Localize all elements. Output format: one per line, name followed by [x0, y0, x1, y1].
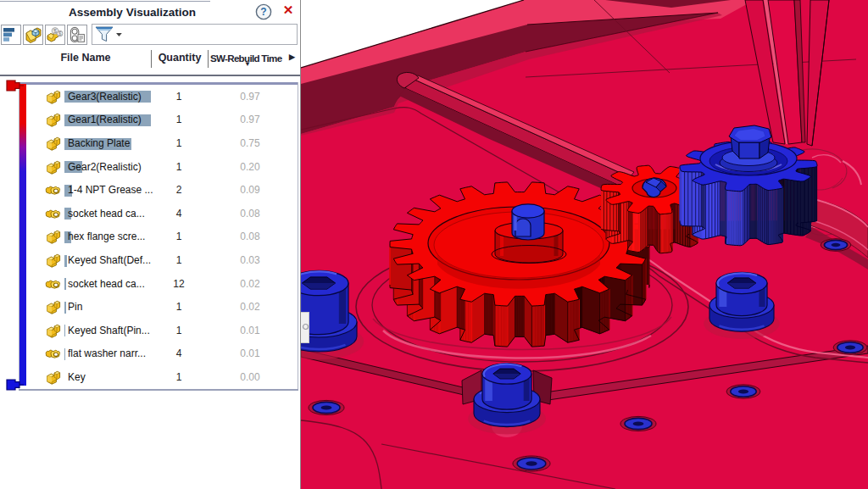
svg-text:$: $: [53, 27, 57, 35]
svg-text:?: ?: [260, 6, 266, 18]
svg-text:$: $: [58, 31, 62, 36]
